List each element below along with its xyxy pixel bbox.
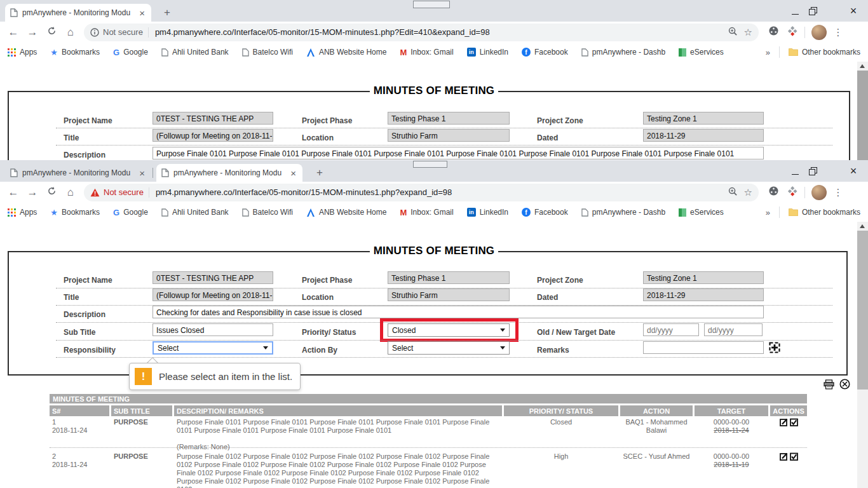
- info-icon[interactable]: [90, 28, 99, 37]
- bookmark-anb-website-home[interactable]: ANB Website Home: [306, 48, 386, 57]
- bookmarks-overflow-chevron[interactable]: »: [766, 208, 770, 217]
- home-icon[interactable]: ⌂: [61, 186, 80, 199]
- forward-icon[interactable]: →: [23, 186, 42, 199]
- field-description[interactable]: Checking for dates and Responsibility in…: [153, 306, 764, 318]
- zoom-icon[interactable]: [728, 187, 738, 198]
- bookmark-google[interactable]: G Google: [113, 48, 148, 57]
- cast-extension-icon[interactable]: [764, 186, 783, 199]
- new-tab-button[interactable]: +: [313, 166, 327, 180]
- url-text[interactable]: pm4.pmanywhere.co/Interface/05-monitor/1…: [156, 187, 722, 197]
- bookmark-star-icon[interactable]: ☆: [744, 187, 752, 198]
- tab-close-icon[interactable]: ×: [138, 168, 146, 178]
- bookmark-batelco-wifi[interactable]: Batelco Wifi: [242, 48, 293, 57]
- field-description[interactable]: Purpose Finale 0101 Purpose Finale 0101 …: [153, 147, 764, 159]
- bookmark-star-icon[interactable]: ☆: [744, 27, 752, 38]
- omnibox[interactable]: Not secure pm4.pmanywhere.co/Interface/0…: [84, 184, 759, 201]
- restore-button[interactable]: [810, 6, 839, 17]
- field-project-phase[interactable]: Testing Phase 1: [388, 271, 510, 284]
- new-target-date-input[interactable]: dd/yyyy: [704, 323, 763, 336]
- field-dated[interactable]: 2018-11-29: [643, 288, 764, 301]
- scroll-up-icon[interactable]: [860, 224, 865, 228]
- other-bookmarks[interactable]: Other bookmarks: [789, 208, 860, 217]
- home-icon[interactable]: ⌂: [61, 26, 80, 39]
- bookmark-batelco-wifi[interactable]: Batelco Wifi: [242, 208, 293, 217]
- priority-status-dropdown[interactable]: Closed: [388, 323, 510, 337]
- tab-close-icon[interactable]: ×: [289, 168, 297, 178]
- bookmark-linkedin[interactable]: in LinkedIn: [467, 208, 508, 217]
- bookmark-pmanywhere-dashboard[interactable]: pmAnywhere - Dashb: [581, 208, 665, 217]
- extension-icon[interactable]: [783, 26, 802, 39]
- security-label[interactable]: Not secure: [104, 187, 144, 197]
- security-label[interactable]: Not secure: [103, 27, 143, 37]
- back-icon[interactable]: ←: [4, 186, 23, 199]
- tab-pmanywhere-1[interactable]: pmAnywhere - Monitoring Modu ×: [5, 164, 151, 182]
- chrome-menu-icon[interactable]: ⋮: [831, 27, 846, 38]
- field-title[interactable]: (Followup for Meeting on 2018-11-26): [153, 288, 273, 301]
- remarks-input[interactable]: [643, 341, 764, 354]
- bookmark-anb-website-home[interactable]: ANB Website Home: [306, 208, 386, 217]
- bookmark-bookmarks[interactable]: ★ Bookmarks: [50, 208, 100, 217]
- field-project-name[interactable]: 0TEST - TESTING THE APP: [153, 112, 273, 125]
- field-location[interactable]: Struthio Farm: [388, 129, 510, 142]
- print-icon[interactable]: [824, 379, 834, 392]
- approve-check-icon[interactable]: [790, 452, 798, 463]
- bookmark-pmanywhere-dashboard[interactable]: pmAnywhere - Dashb: [581, 48, 665, 57]
- minimize-button[interactable]: [780, 6, 810, 17]
- edit-icon[interactable]: [780, 452, 788, 463]
- tab-pmanywhere[interactable]: pmAnywhere - Monitoring Modu ×: [5, 4, 151, 22]
- edit-icon[interactable]: [780, 418, 788, 428]
- extension-icon[interactable]: [783, 186, 802, 199]
- field-location[interactable]: Struthio Farm: [388, 288, 510, 301]
- restore-button[interactable]: [810, 166, 839, 177]
- bookmark-ahli-united-bank[interactable]: Ahli United Bank: [161, 208, 229, 217]
- tab-close-icon[interactable]: ×: [138, 8, 146, 18]
- omnibox[interactable]: Not secure pm4.pmanywhere.co/Interface/0…: [84, 24, 759, 41]
- chrome-menu-icon[interactable]: ⋮: [831, 187, 846, 198]
- close-button[interactable]: ×: [839, 4, 868, 18]
- bookmark-bookmarks[interactable]: ★ Bookmarks: [50, 48, 100, 57]
- field-project-zone[interactable]: Testing Zone 1: [643, 112, 764, 125]
- bookmark-facebook[interactable]: f Facebook: [522, 48, 568, 57]
- bookmark-eservices[interactable]: eServices: [679, 208, 724, 217]
- scrollbar-thumb[interactable]: [857, 231, 868, 390]
- scrollbar-vertical[interactable]: [857, 222, 868, 488]
- new-tab-button[interactable]: +: [160, 6, 174, 20]
- url-text[interactable]: pm4.pmanywhere.co/Interface/05-monitor/1…: [155, 27, 722, 37]
- field-dated[interactable]: 2018-11-29: [643, 129, 764, 142]
- field-sub-title[interactable]: Issues Closed: [153, 323, 273, 336]
- bookmark-facebook[interactable]: f Facebook: [522, 208, 568, 217]
- bookmarks-overflow-chevron[interactable]: »: [766, 48, 770, 57]
- action-by-dropdown[interactable]: Select: [388, 341, 510, 355]
- bookmark-inbox-gmail[interactable]: M Inbox: Gmail: [400, 48, 453, 57]
- field-project-name[interactable]: 0TEST - TESTING THE APP: [153, 271, 273, 284]
- bookmark-ahli-united-bank[interactable]: Ahli United Bank: [161, 48, 229, 57]
- close-circle-icon[interactable]: [839, 379, 850, 392]
- scroll-up-icon[interactable]: [860, 64, 865, 68]
- bookmark-eservices[interactable]: eServices: [679, 48, 724, 57]
- field-title[interactable]: (Followup for Meeting on 2018-11-26): [153, 129, 273, 142]
- field-project-phase[interactable]: Testing Phase 1: [388, 112, 510, 125]
- responsibility-dropdown[interactable]: Select: [153, 341, 273, 355]
- forward-icon[interactable]: →: [23, 26, 42, 39]
- tab-pmanywhere-2[interactable]: pmAnywhere - Monitoring Modu ×: [156, 164, 302, 182]
- close-button[interactable]: ×: [839, 165, 868, 178]
- warning-icon[interactable]: [90, 188, 100, 197]
- profile-avatar[interactable]: [811, 25, 827, 40]
- reload-icon[interactable]: [42, 186, 61, 199]
- bookmark-apps[interactable]: Apps: [8, 48, 37, 57]
- old-target-date-input[interactable]: dd/yyyy: [643, 323, 699, 336]
- bookmark-linkedin[interactable]: in LinkedIn: [467, 48, 508, 57]
- other-bookmarks[interactable]: Other bookmarks: [789, 48, 860, 57]
- cast-extension-icon[interactable]: [764, 25, 783, 39]
- back-icon[interactable]: ←: [4, 26, 23, 39]
- reload-icon[interactable]: [42, 26, 61, 39]
- zoom-icon[interactable]: [728, 27, 738, 38]
- add-row-icon[interactable]: [769, 342, 780, 356]
- bookmark-apps[interactable]: Apps: [8, 208, 37, 217]
- bookmark-google[interactable]: G Google: [113, 208, 148, 217]
- scrollbar-vertical[interactable]: [857, 62, 868, 160]
- field-project-zone[interactable]: Testing Zone 1: [643, 271, 764, 284]
- profile-avatar[interactable]: [811, 185, 827, 200]
- approve-check-icon[interactable]: [790, 418, 798, 428]
- scrollbar-thumb[interactable]: [857, 71, 868, 160]
